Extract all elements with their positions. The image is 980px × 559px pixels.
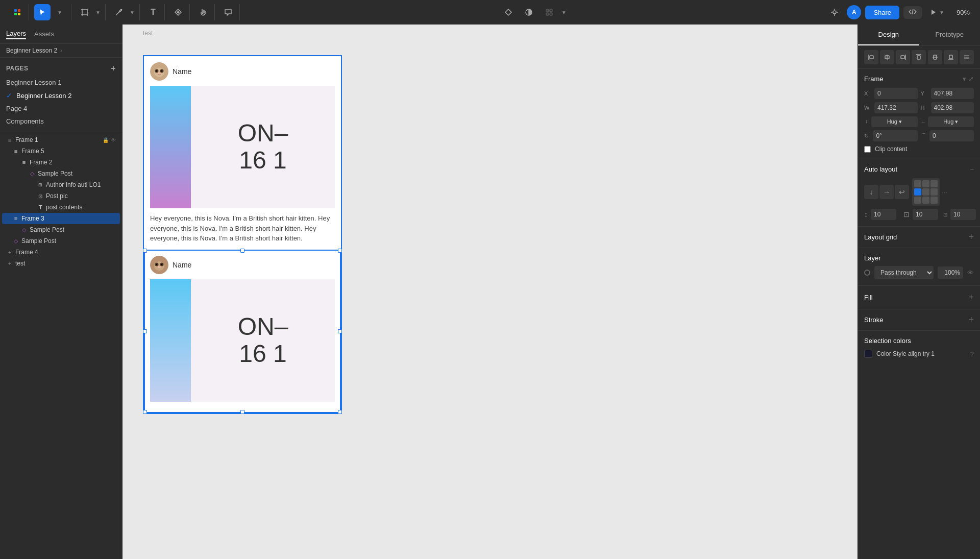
hug-x-prop: ↔ Hug ▾ xyxy=(864,116,918,127)
frame-dropdown-icon[interactable]: ▾ xyxy=(963,75,966,83)
auto-layout-remove-button[interactable]: − xyxy=(970,165,974,173)
spacing-input[interactable] xyxy=(871,209,896,220)
layer-frame1[interactable]: ≡ Frame 1 🔒 👁 xyxy=(2,134,120,145)
clip-content-checkbox[interactable] xyxy=(864,146,871,153)
direction-right-button[interactable]: → xyxy=(879,185,894,199)
align-right-button[interactable] xyxy=(896,50,910,64)
page-item-lesson2[interactable]: ✓ Beginner Lesson 2 xyxy=(0,89,122,102)
zoom-level[interactable]: 90% xyxy=(952,7,974,18)
layer-post-pic[interactable]: ⊡ Post pic xyxy=(2,190,120,202)
frame3-selection[interactable]: Name ON– 16 1 xyxy=(144,250,341,413)
design-tab[interactable]: Design xyxy=(858,25,919,45)
components-library-button[interactable] xyxy=(500,4,517,20)
color-swatch[interactable] xyxy=(864,350,872,358)
main-menu-button[interactable] xyxy=(9,4,26,20)
text-tool-button[interactable]: T xyxy=(145,4,161,20)
layer-frame3[interactable]: ≡ Frame 3 xyxy=(2,213,120,224)
scale-tool-button[interactable]: ▼ xyxy=(52,4,68,20)
assets-tab[interactable]: Assets xyxy=(34,29,54,39)
user-avatar[interactable]: A xyxy=(847,5,861,19)
align-top-button[interactable] xyxy=(912,50,926,64)
svg-point-13 xyxy=(121,9,122,11)
post-img-gradient-1 xyxy=(150,86,191,208)
layout-grid-icon: + xyxy=(6,249,13,255)
layer-post-contents[interactable]: T post contents xyxy=(2,202,120,213)
color-picker-button[interactable] xyxy=(541,4,557,20)
post-image-2: ON– 16 1 xyxy=(150,279,335,402)
post-image-1: ON– 16 1 xyxy=(150,86,335,208)
frame-tool-button[interactable] xyxy=(77,4,93,20)
align-bottom-button[interactable] xyxy=(944,50,958,64)
color-help-icon[interactable]: ? xyxy=(970,350,974,358)
hug-y-button[interactable]: Hug ▾ xyxy=(928,116,974,127)
layer-author-info[interactable]: ⊞ Author Info autl LO1 xyxy=(2,179,120,190)
hand-tool-button[interactable] xyxy=(195,4,211,20)
align-center-h-button[interactable] xyxy=(880,50,894,64)
align-left-button[interactable] xyxy=(864,50,878,64)
shape-tool-chevron[interactable]: ▼ xyxy=(128,4,136,20)
grid-dot-9 xyxy=(930,197,938,204)
layer-sample-post-2[interactable]: ◇ Sample Post xyxy=(2,224,120,235)
share-button[interactable]: Share xyxy=(865,6,899,19)
layer-frame2[interactable]: ≡ Frame 2 xyxy=(2,157,120,168)
frame-tool-chevron[interactable]: ▼ xyxy=(94,4,102,20)
add-stroke-button[interactable]: + xyxy=(968,314,974,325)
page-item-page4[interactable]: Page 4 xyxy=(0,102,122,115)
x-input[interactable] xyxy=(874,88,918,99)
code-view-button[interactable] xyxy=(903,6,922,19)
layers-tab[interactable]: Layers xyxy=(6,29,26,39)
add-layout-grid-button[interactable]: + xyxy=(968,232,974,242)
padding-right-input[interactable] xyxy=(950,209,976,220)
corner-input[interactable] xyxy=(929,130,974,141)
direction-down-button[interactable]: ↓ xyxy=(864,185,878,199)
theme-toggle-button[interactable] xyxy=(521,4,537,20)
add-fill-button[interactable]: + xyxy=(968,292,974,303)
breadcrumb-item[interactable]: Beginner Lesson 2 xyxy=(6,47,57,54)
layer-frame4[interactable]: + Frame 4 xyxy=(2,247,120,258)
canvas[interactable]: test Frame 1 xyxy=(122,25,857,559)
grid-dot-3 xyxy=(930,180,938,187)
page-item-lesson1[interactable]: Beginner Lesson 1 xyxy=(0,76,122,89)
y-input[interactable] xyxy=(931,88,974,99)
comment-tool-button[interactable] xyxy=(220,4,236,20)
prototype-tab[interactable]: Prototype xyxy=(919,25,981,45)
add-page-button[interactable]: + xyxy=(111,64,116,73)
blend-mode-select[interactable]: Pass through Normal Multiply Screen xyxy=(874,266,934,279)
component-icon: ◇ xyxy=(29,171,36,177)
layer-sample-post-1[interactable]: ◇ Sample Post xyxy=(2,168,120,179)
layer-visibility-icon[interactable]: 👁 xyxy=(967,269,974,277)
layer-test[interactable]: + test xyxy=(2,258,120,269)
component-tool-button[interactable] xyxy=(170,4,186,20)
play-button[interactable]: ▼ xyxy=(926,6,948,18)
align-middle-v-button[interactable] xyxy=(928,50,942,64)
w-input[interactable] xyxy=(874,102,918,113)
lock-icon: 🔒 xyxy=(103,137,109,143)
h-input[interactable] xyxy=(931,102,974,113)
toolbar-center: ▼ xyxy=(500,4,567,20)
resize-icon[interactable]: ⤢ xyxy=(968,75,974,83)
layer-frame5[interactable]: ≡ Frame 5 xyxy=(2,145,120,157)
layer-sample-post-3[interactable]: ◇ Sample Post xyxy=(2,235,120,247)
direction-row: ↓ → ↩ xyxy=(864,178,974,206)
frame1-wrapper[interactable]: Name ON– 16 1 xyxy=(143,55,342,414)
opacity-input[interactable] xyxy=(938,266,963,279)
devmode-button[interactable] xyxy=(826,4,843,20)
hug-x-button[interactable]: Hug ▾ xyxy=(871,116,918,127)
page-item-components[interactable]: Components xyxy=(0,115,122,128)
direction-wrap-button[interactable]: ↩ xyxy=(895,185,909,199)
stroke-section: Stroke + xyxy=(858,309,980,331)
rotation-icon: ↻ xyxy=(864,133,870,139)
comment-tools-group xyxy=(217,4,240,20)
pen-tool-button[interactable] xyxy=(111,4,127,20)
dimensions-grid: X Y W H xyxy=(864,88,974,113)
visibility-icon: 👁 xyxy=(111,137,116,143)
select-tool-button[interactable] xyxy=(34,4,51,20)
svg-rect-42 xyxy=(917,56,920,59)
alignment-grid[interactable] xyxy=(912,178,940,206)
alignment-more-button[interactable]: ··· xyxy=(942,188,947,196)
x-prop: X xyxy=(864,88,918,99)
rotation-input[interactable] xyxy=(873,130,917,141)
padding-input[interactable] xyxy=(913,209,938,220)
fill-row: Fill + xyxy=(864,292,974,303)
tidy-up-button[interactable] xyxy=(960,50,974,64)
